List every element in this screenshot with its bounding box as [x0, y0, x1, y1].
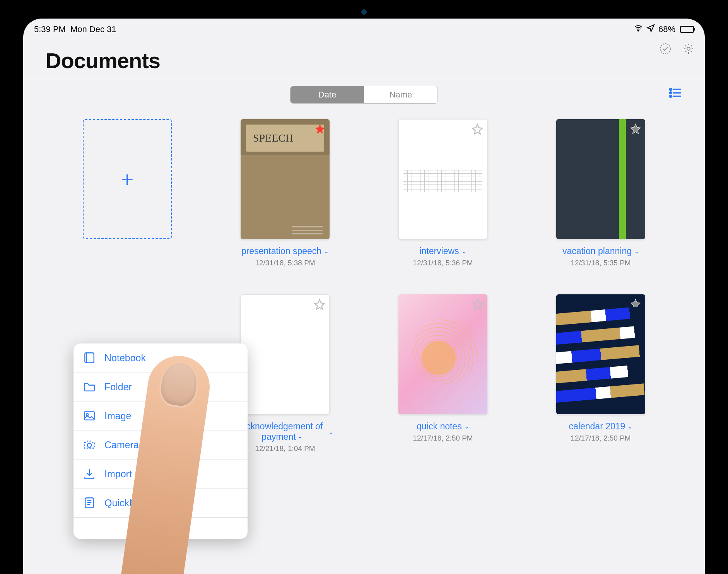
svg-point-2: [687, 47, 690, 50]
svg-point-0: [637, 30, 639, 31]
document-tile[interactable]: SPEECH: [241, 119, 330, 239]
battery-icon: [678, 26, 694, 33]
document-date: 12/21/18, 1:04 PM: [255, 444, 315, 453]
document-title[interactable]: quick notes⌄: [417, 421, 469, 432]
star-icon[interactable]: [472, 123, 483, 135]
notebook-icon: [83, 351, 96, 364]
status-bar: 5:39 PM Mon Dec 31 68%: [23, 19, 705, 37]
star-icon[interactable]: [314, 299, 325, 310]
document-tile[interactable]: [556, 119, 645, 239]
page-title: Documents: [46, 48, 682, 73]
list-view-icon[interactable]: [668, 86, 682, 101]
chevron-down-icon: ⌄: [464, 423, 469, 430]
document-title[interactable]: interviews⌄: [419, 246, 466, 256]
document-title[interactable]: presentation speech⌄: [241, 246, 329, 256]
document-title[interactable]: Acknowledgement of payment -⌄: [237, 421, 333, 442]
import-icon: [83, 467, 96, 480]
svg-point-13: [87, 443, 92, 448]
header: Documents: [23, 37, 705, 78]
camera-icon: [83, 438, 96, 451]
document-date: 12/31/18, 5:35 PM: [571, 259, 631, 267]
wifi-icon: [634, 24, 643, 35]
document-title[interactable]: calendar 2019⌄: [569, 421, 633, 432]
location-icon: [646, 24, 655, 35]
menu-quicknote[interactable]: QuickNote: [73, 489, 248, 518]
menu-notebook[interactable]: Notebook: [73, 343, 248, 372]
document-date: 12/17/18, 2:50 PM: [413, 434, 473, 442]
svg-point-1: [660, 44, 670, 54]
settings-icon[interactable]: [682, 42, 696, 56]
folder-icon: [83, 380, 96, 393]
screen: 5:39 PM Mon Dec 31 68% Documents Date Na…: [23, 19, 705, 574]
segment-date[interactable]: Date: [291, 86, 364, 103]
toolbar: Date Name: [23, 78, 705, 113]
status-date: Mon Dec 31: [70, 24, 116, 34]
document-date: 12/31/18, 5:36 PM: [413, 259, 473, 267]
image-icon: [83, 409, 96, 422]
document-title[interactable]: vacation planning⌄: [562, 246, 639, 256]
menu-folder[interactable]: Folder: [73, 372, 248, 401]
menu-label: Import: [104, 468, 132, 480]
add-document-tile[interactable]: +: [83, 119, 172, 239]
svg-rect-11: [84, 412, 94, 420]
chevron-down-icon: ⌄: [627, 423, 632, 430]
sort-segmented: Date Name: [290, 86, 438, 104]
add-popover: Notebook Folder Image Camera Import Quic…: [73, 343, 248, 539]
menu-label: Camera: [104, 439, 139, 451]
document-tile[interactable]: [556, 294, 645, 414]
menu-image[interactable]: Image: [73, 401, 248, 430]
chevron-down-icon: ⌄: [461, 248, 467, 255]
star-icon[interactable]: [314, 123, 326, 135]
chevron-down-icon: ⌄: [634, 248, 639, 255]
star-icon[interactable]: [472, 298, 484, 310]
ipad-frame: 5:39 PM Mon Dec 31 68% Documents Date Na…: [0, 0, 728, 574]
document-tile[interactable]: [398, 294, 487, 414]
menu-label: Notebook: [104, 352, 146, 364]
svg-point-5: [670, 92, 672, 94]
cover-text: SPEECH: [246, 125, 324, 152]
quicknote-icon: [83, 496, 96, 509]
plus-icon: +: [121, 167, 134, 192]
svg-point-3: [670, 89, 672, 91]
popover-hint: tap … QuickNote: [73, 518, 248, 539]
document-tile[interactable]: [241, 294, 330, 414]
document-date: 12/31/18, 5:38 PM: [255, 259, 315, 267]
select-mode-icon[interactable]: [658, 42, 672, 56]
battery-percent: 68%: [658, 24, 675, 34]
chevron-down-icon: ⌄: [324, 248, 329, 255]
menu-label: Folder: [104, 381, 132, 393]
segment-name[interactable]: Name: [364, 86, 437, 103]
star-icon[interactable]: [630, 123, 641, 135]
document-date: 12/17/18, 2:50 PM: [571, 434, 631, 442]
svg-point-7: [670, 96, 672, 97]
menu-label: Image: [104, 410, 131, 422]
document-tile[interactable]: [398, 119, 487, 239]
status-time: 5:39 PM: [34, 24, 66, 34]
menu-import[interactable]: Import: [73, 460, 248, 489]
menu-label: QuickNote: [104, 497, 150, 509]
chevron-down-icon: ⌄: [328, 428, 333, 436]
menu-camera[interactable]: Camera: [73, 430, 248, 460]
